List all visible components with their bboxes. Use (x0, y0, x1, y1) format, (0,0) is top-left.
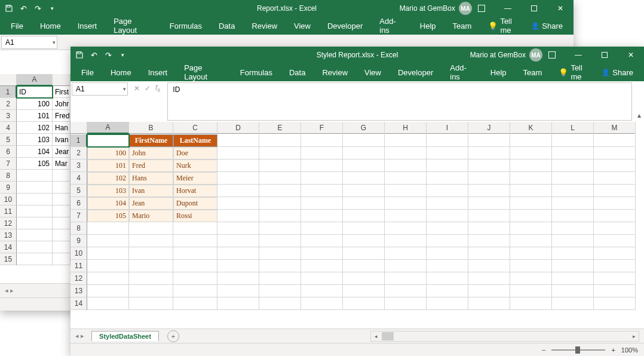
cell-A6[interactable]: 104 (17, 146, 53, 158)
empty-cell[interactable] (385, 210, 427, 222)
empty-cell[interactable] (468, 159, 510, 172)
empty-cell[interactable] (510, 222, 552, 235)
empty-cell[interactable] (468, 260, 510, 272)
menu-view[interactable]: View (356, 63, 390, 81)
empty-cell[interactable] (594, 247, 636, 260)
data-cell[interactable]: Fred (129, 159, 173, 172)
fx-icon[interactable]: fx (155, 84, 160, 93)
empty-cell[interactable] (217, 172, 259, 185)
empty-cell[interactable] (217, 222, 259, 235)
empty-cell[interactable] (301, 222, 343, 235)
data-cell[interactable]: 102 (87, 172, 129, 185)
empty-cell[interactable] (87, 285, 129, 297)
row-header[interactable]: 5 (70, 185, 87, 197)
cell-A5[interactable]: 103 (17, 134, 53, 146)
empty-cell[interactable] (301, 172, 343, 185)
empty-cell[interactable] (427, 285, 468, 297)
empty-cell[interactable] (87, 247, 129, 260)
empty-cell[interactable] (385, 272, 427, 285)
row-header[interactable]: 8 (70, 222, 87, 235)
row-header[interactable]: 14 (70, 297, 87, 310)
redo-icon[interactable]: ↷ (103, 50, 114, 60)
tell-me-button[interactable]: 💡Tell me (480, 17, 523, 35)
empty-cell[interactable] (510, 172, 552, 185)
empty-cell[interactable] (552, 222, 594, 235)
row-header[interactable]: 8 (0, 170, 17, 182)
sheet-nav[interactable]: ◂ ▸ (5, 287, 14, 294)
col-header-A[interactable]: A (17, 74, 53, 86)
empty-cell[interactable] (343, 285, 385, 297)
row-header[interactable]: 4 (70, 172, 87, 185)
row-header[interactable]: 12 (0, 217, 17, 229)
empty-cell[interactable] (217, 272, 259, 285)
empty-cell[interactable] (552, 285, 594, 297)
empty-cell[interactable] (594, 297, 636, 310)
row-header[interactable]: 9 (70, 235, 87, 247)
empty-cell[interactable] (217, 247, 259, 260)
enter-icon[interactable]: ✓ (145, 84, 151, 93)
cell-B3[interactable]: Fred (53, 110, 70, 122)
empty-cell[interactable] (217, 147, 259, 159)
row-header[interactable]: 6 (0, 146, 17, 158)
user-account[interactable]: Mario at GemBox MA (470, 48, 542, 62)
cancel-icon[interactable]: ✕ (134, 84, 140, 93)
empty-cell[interactable] (385, 285, 427, 297)
cell-A2[interactable]: 100 (17, 98, 53, 110)
empty-cell[interactable] (468, 197, 510, 210)
empty-cell[interactable] (427, 247, 468, 260)
qat-dropdown-icon[interactable]: ▾ (117, 50, 128, 60)
empty-cell[interactable] (510, 285, 552, 297)
empty-cell[interactable] (427, 185, 468, 197)
empty-cell[interactable] (427, 222, 468, 235)
cell-A1[interactable]: ID (17, 86, 53, 98)
row-header[interactable]: 5 (0, 134, 17, 146)
row-header[interactable]: 10 (0, 194, 17, 205)
menu-formulas[interactable]: Formulas (232, 63, 281, 81)
data-cell[interactable]: 105 (87, 210, 129, 222)
empty-cell[interactable] (594, 272, 636, 285)
menu-file[interactable]: File (73, 63, 102, 81)
empty-cell[interactable] (259, 172, 301, 185)
empty-cell[interactable] (510, 159, 552, 172)
empty-cell[interactable] (217, 159, 259, 172)
row-header[interactable]: 14 (0, 241, 17, 253)
cell-B7[interactable]: Mar (53, 158, 70, 170)
row-header[interactable]: 7 (70, 210, 87, 222)
empty-cell[interactable] (173, 222, 217, 235)
col-header[interactable]: K (510, 122, 552, 134)
menu-add-ins[interactable]: Add-ins (371, 17, 412, 35)
empty-cell[interactable] (217, 185, 259, 197)
empty-cell[interactable] (594, 222, 636, 235)
col-header[interactable]: B (129, 122, 173, 134)
empty-cell[interactable] (259, 159, 301, 172)
row-header[interactable]: 13 (0, 229, 17, 241)
empty-cell[interactable] (259, 210, 301, 222)
empty-cell[interactable] (552, 297, 594, 310)
empty-cell[interactable] (468, 235, 510, 247)
data-cell[interactable]: 100 (87, 147, 129, 159)
empty-cell[interactable] (510, 210, 552, 222)
data-cell[interactable]: Doe (173, 147, 217, 159)
empty-cell[interactable] (217, 285, 259, 297)
menu-add-ins[interactable]: Add-ins (441, 63, 482, 81)
data-cell[interactable]: Nurk (173, 159, 217, 172)
formula-bar[interactable]: ID (167, 82, 632, 121)
empty-cell[interactable] (173, 285, 217, 297)
empty-cell[interactable] (259, 197, 301, 210)
empty-cell[interactable] (510, 147, 552, 159)
empty-cell[interactable] (385, 235, 427, 247)
name-box[interactable]: A1▾ (1, 36, 57, 49)
col-header[interactable]: E (259, 122, 301, 134)
row-header[interactable]: 1 (70, 134, 87, 147)
col-header[interactable]: I (427, 122, 468, 134)
row-header[interactable]: 7 (0, 158, 17, 170)
empty-cell[interactable] (301, 147, 343, 159)
col-header[interactable]: F (301, 122, 343, 134)
select-all-button[interactable] (70, 122, 87, 134)
close-button[interactable]: ✕ (618, 47, 644, 63)
data-cell[interactable]: Ivan (129, 185, 173, 197)
empty-cell[interactable] (129, 297, 173, 310)
data-cell[interactable]: 103 (87, 185, 129, 197)
empty-cell[interactable] (427, 272, 468, 285)
empty-cell[interactable] (385, 159, 427, 172)
